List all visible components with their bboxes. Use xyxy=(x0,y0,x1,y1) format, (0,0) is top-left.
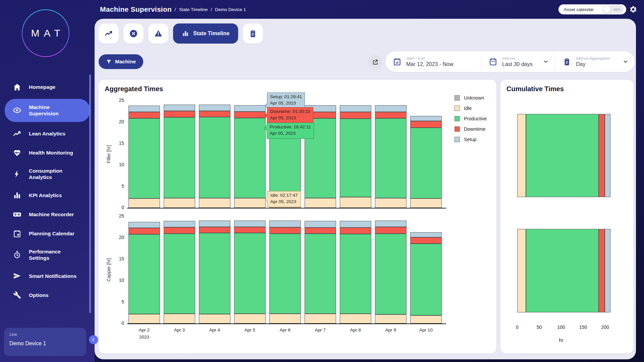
bar-segment-productive[interactable] xyxy=(128,118,160,198)
sidebar-scrollbar[interactable] xyxy=(89,74,91,313)
bar-segment-productive[interactable] xyxy=(410,128,442,198)
stacked-bar-capper-apr-7[interactable] xyxy=(305,221,336,323)
breadcrumb-item-device[interactable]: Demo Device 1 xyxy=(215,7,246,12)
sidebar-item-machine-supervision[interactable]: Machine Supervision xyxy=(5,99,90,122)
cumulative-segment-downtime[interactable] xyxy=(599,114,605,197)
bar-segment-idle[interactable] xyxy=(410,315,442,323)
bar-segment-productive[interactable] xyxy=(164,234,195,314)
start-end-control[interactable]: Start - End Mar 12, 2023 - Now xyxy=(385,51,481,72)
stacked-bar-capper-apr-8[interactable] xyxy=(340,221,371,323)
tab-activity-button[interactable] xyxy=(99,23,119,44)
stacked-bar-capper-apr-4[interactable] xyxy=(199,221,230,323)
sidebar-item-consumption-analytics[interactable]: Consumption Analytics xyxy=(5,165,90,184)
bar-segment-setup[interactable] xyxy=(164,221,195,227)
bar-segment-downtime[interactable] xyxy=(234,112,266,118)
sidebar-item-machine-recorder[interactable]: Machine Recorder xyxy=(5,207,90,222)
stacked-bar-capper-apr-9[interactable] xyxy=(375,221,407,323)
stacked-bar-capper-apr-2[interactable] xyxy=(128,222,160,323)
bar-segment-downtime[interactable] xyxy=(164,227,195,234)
breadcrumb-item-state-timeline[interactable]: State Timeline xyxy=(179,7,208,12)
bar-segment-downtime[interactable] xyxy=(375,227,407,234)
bar-segment-productive[interactable] xyxy=(375,118,407,198)
stacked-bar-filler-apr-10[interactable] xyxy=(410,116,442,208)
bar-segment-productive[interactable] xyxy=(234,233,266,314)
chevron-down-icon[interactable] xyxy=(623,59,629,65)
bar-segment-idle[interactable] xyxy=(234,314,266,323)
stacked-bar-filler-apr-8[interactable] xyxy=(340,105,371,208)
bar-segment-downtime[interactable] xyxy=(128,112,160,118)
bar-segment-setup[interactable] xyxy=(410,232,442,237)
interval-control[interactable]: Interval Last 30 days xyxy=(481,51,555,72)
bar-segment-productive[interactable] xyxy=(234,118,266,198)
bar-segment-productive[interactable] xyxy=(199,117,230,198)
stacked-bar-filler-apr-3[interactable] xyxy=(164,105,195,208)
bar-segment-idle[interactable] xyxy=(340,197,371,208)
sidebar-item-homepage[interactable]: Homepage xyxy=(5,80,90,95)
stacked-bar-capper-apr-5[interactable] xyxy=(234,221,266,323)
cumulative-segment-productive[interactable] xyxy=(526,114,599,197)
sidebar-item-lean-analytics[interactable]: Lean Analytics xyxy=(5,126,90,141)
device-card[interactable]: Line Demo Device 1 xyxy=(4,328,86,356)
bar-segment-downtime[interactable] xyxy=(269,227,301,234)
cumulative-segment-idle[interactable] xyxy=(517,114,526,197)
bar-segment-idle[interactable] xyxy=(340,314,371,323)
asset-calendar-toggle-pill[interactable]: Asset calendar OFF xyxy=(558,4,626,14)
bar-segment-idle[interactable] xyxy=(164,314,195,323)
bar-segment-downtime[interactable] xyxy=(410,121,442,128)
asset-calendar-switch[interactable]: OFF xyxy=(603,5,624,13)
bar-segment-downtime[interactable] xyxy=(128,228,160,234)
bar-segment-productive[interactable] xyxy=(269,234,301,314)
bar-segment-setup[interactable] xyxy=(164,105,195,111)
stacked-bar-capper-apr-10[interactable] xyxy=(410,232,442,323)
cumulative-bar-filler[interactable] xyxy=(517,114,610,197)
bar-segment-idle[interactable] xyxy=(375,198,407,208)
sidebar-item-kpi-analytics[interactable]: KPI Analytics xyxy=(5,188,90,203)
bar-segment-idle[interactable] xyxy=(234,198,266,208)
tab-x-circle-button[interactable] xyxy=(123,23,144,44)
interval-aggregation-control[interactable]: Interval Aggregation Day xyxy=(555,51,635,72)
bar-segment-idle[interactable] xyxy=(269,314,301,323)
machine-filter-button[interactable]: Machine xyxy=(99,54,143,69)
sidebar-collapse-button[interactable] xyxy=(89,335,98,344)
bar-segment-downtime[interactable] xyxy=(305,228,336,234)
sidebar-item-options[interactable]: Options xyxy=(5,288,90,302)
bar-segment-downtime[interactable] xyxy=(340,112,371,119)
cumulative-segment-idle[interactable] xyxy=(517,229,526,312)
bar-segment-idle[interactable] xyxy=(305,198,336,208)
sidebar-item-planning-calendar[interactable]: Planning Calendar xyxy=(5,226,90,241)
bar-segment-idle[interactable] xyxy=(305,314,336,323)
bar-segment-setup[interactable] xyxy=(128,106,160,112)
bar-segment-idle[interactable] xyxy=(128,314,160,323)
bar-segment-setup[interactable] xyxy=(375,105,407,112)
bar-segment-setup[interactable] xyxy=(340,221,371,228)
legend-item-unknown[interactable]: Unknown xyxy=(454,95,487,101)
bar-segment-downtime[interactable] xyxy=(375,112,407,118)
bar-segment-downtime[interactable] xyxy=(199,227,230,233)
stacked-bar-filler-apr-4[interactable] xyxy=(199,105,230,208)
stacked-bar-filler-apr-2[interactable] xyxy=(128,105,160,208)
sidebar-item-performance-settings[interactable]: Performance Settings xyxy=(5,245,90,264)
export-button[interactable] xyxy=(368,55,382,69)
sidebar-item-health-monitoring[interactable]: Health Monitoring xyxy=(5,145,90,160)
bar-segment-setup[interactable] xyxy=(234,105,266,112)
stacked-bar-capper-apr-6[interactable] xyxy=(269,220,301,323)
bar-segment-setup[interactable] xyxy=(199,221,230,227)
bar-segment-setup[interactable] xyxy=(199,105,230,111)
sidebar-item-smart-notifications[interactable]: Smart Notifications xyxy=(5,268,90,283)
bar-segment-setup[interactable] xyxy=(410,116,442,121)
bar-segment-productive[interactable] xyxy=(199,233,230,314)
stacked-bar-capper-apr-3[interactable] xyxy=(164,221,195,323)
chevron-down-icon[interactable] xyxy=(543,59,549,65)
tab-warning-button[interactable] xyxy=(148,23,168,44)
stacked-bar-filler-apr-9[interactable] xyxy=(375,105,407,208)
bar-segment-downtime[interactable] xyxy=(199,111,230,117)
bar-segment-idle[interactable] xyxy=(164,198,195,208)
bar-segment-productive[interactable] xyxy=(410,244,442,315)
settings-gear-icon[interactable] xyxy=(629,5,638,14)
bar-segment-downtime[interactable] xyxy=(410,237,442,244)
bar-segment-idle[interactable] xyxy=(375,314,407,323)
bar-segment-setup[interactable] xyxy=(375,221,407,227)
bar-segment-setup[interactable] xyxy=(234,221,266,227)
stacked-bar-filler-apr-5[interactable] xyxy=(234,105,266,208)
bar-segment-productive[interactable] xyxy=(340,234,371,314)
